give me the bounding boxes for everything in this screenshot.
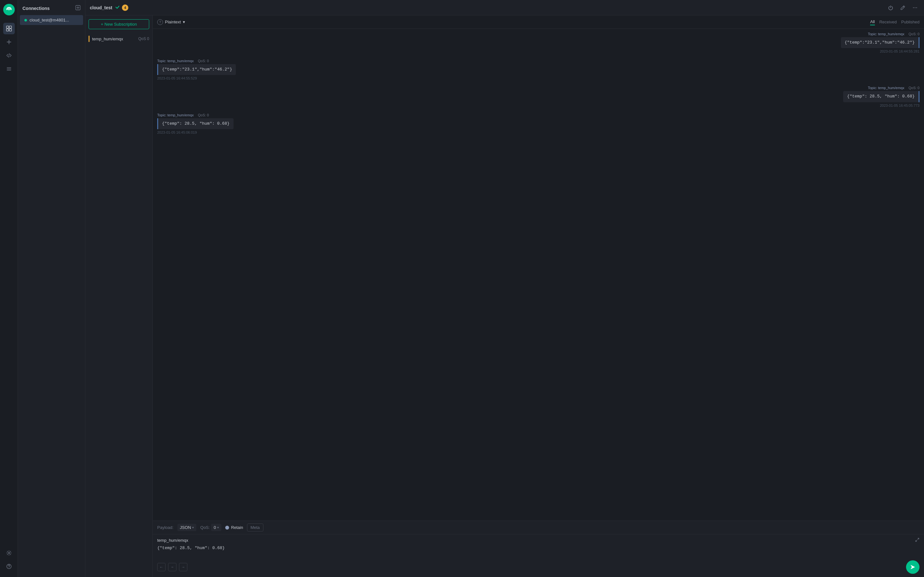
messages-list: Topic: temp_hum/emqx QoS: 0 {"temp":"23.… bbox=[153, 29, 924, 521]
message-content: {"temp": 28.5, "hum": 0.68} bbox=[843, 91, 919, 102]
message-meta: Topic: temp_hum/emqx QoS: 0 bbox=[157, 59, 236, 63]
message-meta: Topic: temp_hum/emqx QoS: 0 bbox=[843, 86, 919, 90]
message-topic: Topic: temp_hum/emqx bbox=[868, 32, 905, 36]
message-timestamp: 2023-01-05 16:45:06:019 bbox=[157, 131, 234, 134]
message-row: Topic: temp_hum/emqx QoS: 0 {"temp":"23.… bbox=[157, 32, 919, 53]
message-meta: Topic: temp_hum/emqx QoS: 0 bbox=[841, 32, 919, 36]
qos-chevron-icon: ▾ bbox=[217, 526, 219, 529]
svg-line-17 bbox=[903, 6, 904, 7]
topbar: cloud_test 4 bbox=[86, 0, 924, 15]
subscription-qos: QoS 0 bbox=[138, 37, 149, 41]
messages-header: ? Plaintext ▾ All Received Published bbox=[153, 15, 924, 29]
message-timestamp: 2023-01-05 16:44:55:529 bbox=[157, 76, 236, 80]
svg-rect-2 bbox=[9, 26, 11, 28]
svg-point-19 bbox=[915, 7, 916, 8]
send-button[interactable] bbox=[906, 560, 919, 574]
new-subscription-button[interactable]: + New Subscription bbox=[89, 19, 149, 29]
message-bubble: Topic: temp_hum/emqx QoS: 0 {"temp": 28.… bbox=[843, 86, 919, 107]
message-row: Topic: temp_hum/emqx QoS: 0 {"temp": 28.… bbox=[157, 86, 919, 107]
next-message-button[interactable]: → bbox=[179, 563, 187, 571]
meta-button[interactable]: Meta bbox=[247, 524, 263, 532]
sub-panel-header: + New Subscription bbox=[86, 15, 152, 33]
connections-icon[interactable] bbox=[3, 23, 15, 34]
message-topic: Topic: temp_hum/emqx bbox=[157, 59, 194, 63]
message-content: {"temp": 28.5, "hum": 0.68} bbox=[157, 118, 234, 129]
message-bubble: Topic: temp_hum/emqx QoS: 0 {"temp": 28.… bbox=[157, 113, 234, 134]
publish-options: Payload: JSON ▾ QoS: 0 ▾ Retai bbox=[153, 521, 924, 534]
power-button[interactable] bbox=[886, 3, 895, 12]
payload-format-selector[interactable]: JSON ▾ bbox=[178, 524, 197, 531]
topic-input[interactable]: temp_hum/emqx bbox=[157, 538, 915, 543]
subscription-color-indicator bbox=[89, 35, 89, 42]
qos-selector: QoS: 0 ▾ bbox=[200, 524, 221, 531]
subscription-item[interactable]: temp_hum/emqx QoS 0 bbox=[86, 33, 152, 45]
sidebar-header: Connections bbox=[18, 0, 85, 15]
connection-status-dot bbox=[24, 19, 27, 21]
filter-tab-received[interactable]: Received bbox=[879, 19, 897, 25]
message-content: {"temp":"23.1","hum":"46.2"} bbox=[157, 64, 236, 75]
publish-input-area: temp_hum/emqx {"temp": 28.5, "hum": 0.68… bbox=[153, 534, 924, 558]
sidebar-title: Connections bbox=[23, 6, 50, 11]
format-label: Plaintext bbox=[165, 19, 181, 24]
messages-area: ? Plaintext ▾ All Received Published Top… bbox=[153, 15, 924, 577]
svg-point-20 bbox=[916, 7, 917, 8]
message-content: {"temp":"23.1","hum":"46.2"} bbox=[841, 37, 919, 48]
code-icon[interactable] bbox=[3, 50, 15, 61]
prev-message-button[interactable]: ← bbox=[157, 563, 166, 571]
main-panel: cloud_test 4 bbox=[86, 0, 924, 577]
topbar-connection-title: cloud_test bbox=[90, 5, 112, 10]
connection-name: cloud_test@m4801... bbox=[29, 18, 69, 23]
icon-bar bbox=[0, 0, 18, 577]
topbar-connected-icon bbox=[115, 5, 120, 11]
filter-tabs: All Received Published bbox=[870, 19, 919, 25]
filter-tab-published[interactable]: Published bbox=[901, 19, 919, 25]
svg-rect-4 bbox=[9, 29, 11, 31]
svg-rect-1 bbox=[6, 26, 9, 28]
edit-button[interactable] bbox=[898, 3, 907, 12]
publish-nav: ← − → bbox=[157, 563, 187, 571]
qos-value: 0 bbox=[214, 525, 216, 530]
connection-item[interactable]: cloud_test@m4801... bbox=[20, 15, 83, 25]
message-bubble: Topic: temp_hum/emqx QoS: 0 {"temp":"23.… bbox=[157, 59, 236, 80]
svg-point-18 bbox=[913, 7, 914, 8]
clear-message-button[interactable]: − bbox=[168, 563, 176, 571]
filter-tab-all[interactable]: All bbox=[870, 19, 875, 25]
format-selector[interactable]: ? Plaintext ▾ bbox=[157, 19, 185, 25]
content-area: + New Subscription temp_hum/emqx QoS 0 ?… bbox=[86, 15, 924, 577]
expand-icon[interactable] bbox=[915, 538, 919, 543]
message-qos: QoS: 0 bbox=[909, 86, 919, 90]
svg-point-0 bbox=[8, 9, 10, 10]
topbar-badge: 4 bbox=[122, 5, 128, 11]
app-logo bbox=[3, 4, 15, 15]
subscriptions-panel: + New Subscription temp_hum/emqx QoS 0 bbox=[86, 15, 153, 577]
svg-line-7 bbox=[9, 53, 9, 57]
message-qos: QoS: 0 bbox=[198, 59, 209, 63]
message-row: Topic: temp_hum/emqx QoS: 0 {"temp":"23.… bbox=[157, 59, 919, 80]
subscription-topic: temp_hum/emqx bbox=[92, 37, 136, 41]
retain-toggle[interactable]: Retain bbox=[225, 525, 243, 530]
topic-row: temp_hum/emqx bbox=[157, 538, 919, 543]
qos-value-selector[interactable]: 0 ▾ bbox=[211, 524, 221, 531]
help-icon[interactable] bbox=[3, 561, 15, 572]
publish-actions: ← − → bbox=[153, 558, 924, 577]
message-timestamp: 2023-01-05 16:44:55:281 bbox=[841, 49, 919, 53]
message-qos: QoS: 0 bbox=[909, 32, 919, 36]
publish-bar: Payload: JSON ▾ QoS: 0 ▾ Retai bbox=[153, 521, 924, 577]
add-icon[interactable] bbox=[3, 36, 15, 48]
format-help-icon: ? bbox=[157, 19, 163, 25]
message-meta: Topic: temp_hum/emqx QoS: 0 bbox=[157, 113, 234, 117]
message-qos: QoS: 0 bbox=[198, 113, 209, 117]
message-timestamp: 2023-01-05 16:45:05:773 bbox=[843, 103, 919, 107]
settings-icon[interactable] bbox=[3, 547, 15, 559]
more-menu-button[interactable] bbox=[911, 3, 919, 12]
qos-label: QoS: bbox=[200, 525, 210, 530]
payload-input[interactable]: {"temp": 28.5, "hum": 0.68} bbox=[157, 545, 919, 555]
payload-format-chevron-icon: ▾ bbox=[192, 526, 194, 529]
message-bubble: Topic: temp_hum/emqx QoS: 0 {"temp":"23.… bbox=[841, 32, 919, 53]
message-row: Topic: temp_hum/emqx QoS: 0 {"temp": 28.… bbox=[157, 113, 919, 134]
sidebar-add-button[interactable] bbox=[75, 5, 81, 11]
svg-rect-3 bbox=[6, 29, 9, 31]
list-icon[interactable] bbox=[3, 63, 15, 75]
payload-format-value: JSON bbox=[180, 525, 191, 530]
sidebar: Connections cloud_test@m4801... bbox=[18, 0, 86, 577]
